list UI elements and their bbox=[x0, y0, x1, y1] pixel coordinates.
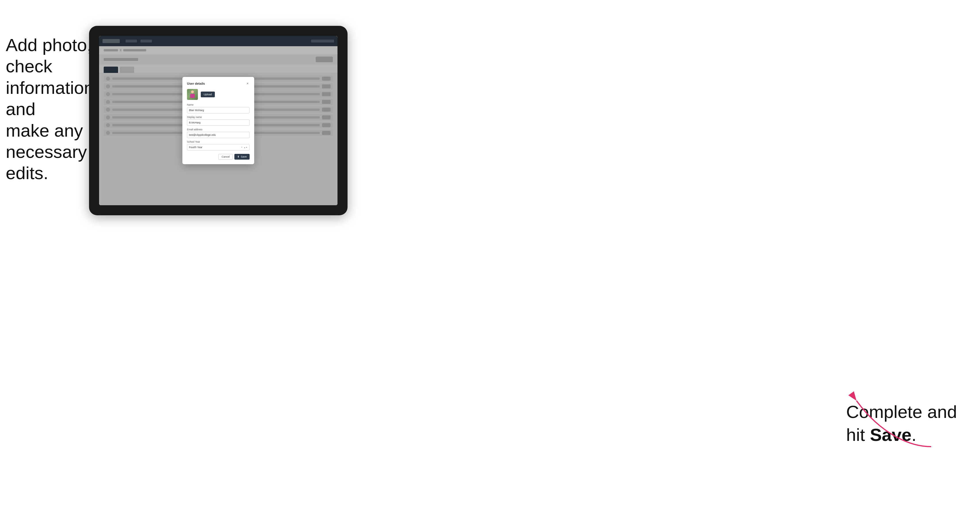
school-year-field-group: School Year Fourth Year × ▲▼ bbox=[187, 140, 250, 151]
modal-close-button[interactable]: × bbox=[246, 81, 250, 86]
save-button[interactable]: ⬆ Save bbox=[234, 154, 250, 160]
user-photo-thumbnail bbox=[187, 89, 198, 100]
user-photo-image bbox=[187, 89, 198, 100]
right-arrow bbox=[845, 389, 937, 452]
photo-section: Upload bbox=[187, 89, 250, 100]
display-name-field-group: Display name bbox=[187, 116, 250, 126]
person-silhouette bbox=[189, 90, 195, 98]
name-field-group: Name bbox=[187, 103, 250, 113]
tablet-screen: User details × Upload bbox=[99, 36, 337, 205]
name-input[interactable] bbox=[187, 107, 250, 113]
modal-header: User details × bbox=[187, 81, 250, 86]
email-field-group: Email address bbox=[187, 128, 250, 138]
upload-photo-button[interactable]: Upload bbox=[201, 92, 215, 97]
name-label: Name bbox=[187, 103, 250, 106]
display-name-label: Display name bbox=[187, 116, 250, 119]
select-chevron-icon: ▲▼ bbox=[243, 146, 248, 148]
modal-footer: Cancel ⬆ Save bbox=[187, 154, 250, 160]
school-year-value: Fourth Year bbox=[189, 146, 202, 149]
save-button-label: Save bbox=[241, 155, 247, 158]
school-year-label: School Year bbox=[187, 140, 250, 143]
display-name-input[interactable] bbox=[187, 119, 250, 126]
select-clear-icon[interactable]: × bbox=[241, 146, 242, 149]
email-input[interactable] bbox=[187, 132, 250, 138]
person-body bbox=[190, 94, 195, 98]
user-details-modal: User details × Upload bbox=[182, 77, 254, 164]
tablet-device: User details × Upload bbox=[89, 26, 348, 215]
cancel-button[interactable]: Cancel bbox=[218, 154, 233, 160]
save-icon: ⬆ bbox=[237, 155, 240, 158]
modal-title: User details bbox=[187, 82, 205, 85]
person-head bbox=[191, 90, 194, 93]
email-label: Email address bbox=[187, 128, 250, 131]
school-year-select[interactable]: Fourth Year × ▲▼ bbox=[187, 144, 250, 151]
modal-overlay: User details × Upload bbox=[99, 36, 337, 205]
select-controls: × ▲▼ bbox=[241, 146, 248, 149]
